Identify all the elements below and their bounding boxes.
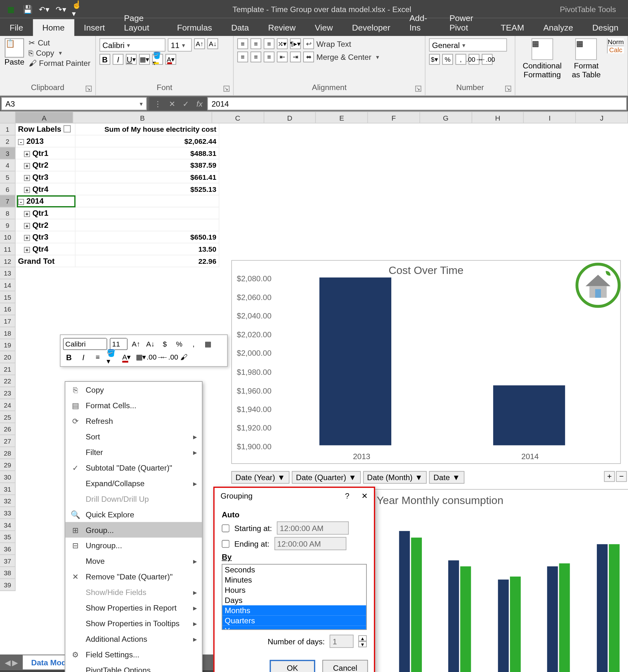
cell-a-12[interactable]: Grand Tot xyxy=(16,255,75,267)
num-days-down-icon[interactable]: ▼ xyxy=(358,641,366,647)
row-8[interactable]: 8 xyxy=(0,208,16,219)
row-25[interactable]: 25 xyxy=(0,411,16,423)
ctx-group[interactable]: ⊞Group... xyxy=(65,522,202,538)
col-I[interactable]: I xyxy=(524,112,576,123)
row-28[interactable]: 28 xyxy=(0,447,16,459)
ctx-ungroup[interactable]: ⊟Ungroup... xyxy=(65,538,202,553)
ltr-icon[interactable]: ¶▸▾ xyxy=(290,39,301,49)
expand-toggle[interactable]: + xyxy=(24,151,30,157)
mini-bold-icon[interactable]: B xyxy=(63,351,75,363)
mini-font-size[interactable] xyxy=(110,338,128,350)
style-calculation[interactable]: Calc xyxy=(608,46,624,53)
col-H[interactable]: H xyxy=(472,112,524,123)
ctx-show-properties-in-tooltips[interactable]: Show Properties in Tooltips▸ xyxy=(65,615,202,631)
row-29[interactable]: 29 xyxy=(0,459,16,471)
font-size-combo[interactable]: 11▾ xyxy=(168,39,192,51)
tab-data[interactable]: Data xyxy=(222,19,259,36)
format-as-table-button[interactable]: ▦Format as Table xyxy=(569,39,604,79)
fx-icon[interactable]: fx xyxy=(197,99,203,108)
cell-b-7[interactable] xyxy=(75,195,219,208)
group-opt-minutes[interactable]: Minutes xyxy=(222,575,366,585)
ctx-remove-date-quarter[interactable]: ✕Remove "Date (Quarter)" xyxy=(65,569,202,584)
row-2[interactable]: 2 xyxy=(0,136,16,148)
cell-b-8[interactable] xyxy=(75,208,219,219)
row-15[interactable]: 15 xyxy=(0,291,16,303)
cell-b-5[interactable]: $661.41 xyxy=(75,171,219,184)
cell-b-10[interactable]: $650.19 xyxy=(75,231,219,243)
row-10[interactable]: 10 xyxy=(0,231,16,243)
style-normal[interactable]: Norm xyxy=(608,39,624,46)
tab-view[interactable]: View xyxy=(305,19,342,36)
filter-date[interactable]: Date▼ xyxy=(429,471,464,484)
tab-design[interactable]: Design xyxy=(583,19,628,36)
expand-toggle[interactable]: + xyxy=(24,247,30,253)
row-12[interactable]: 12 xyxy=(0,255,16,267)
collapse-icon[interactable]: − xyxy=(616,471,627,482)
font-family-combo[interactable]: Calibri▾ xyxy=(100,39,165,51)
paste-button[interactable]: 📋 Paste xyxy=(3,39,25,67)
cut-button[interactable]: ✂Cut xyxy=(29,39,90,47)
row-37[interactable]: 37 xyxy=(0,555,16,567)
touch-icon[interactable]: ☝▾ xyxy=(72,3,84,15)
orientation-icon[interactable]: ⤮▾ xyxy=(277,39,288,49)
col-F[interactable]: F xyxy=(368,112,420,123)
row-16[interactable]: 16 xyxy=(0,303,16,315)
tab-developer[interactable]: Developer xyxy=(342,19,400,36)
align-left-icon[interactable]: ≡ xyxy=(237,51,248,62)
row-38[interactable]: 38 xyxy=(0,567,16,579)
redo-icon[interactable]: ↷▾ xyxy=(55,3,67,15)
row-13[interactable]: 13 xyxy=(0,267,16,279)
expand-toggle[interactable]: - xyxy=(18,139,24,145)
ctx-additional-actions[interactable]: Additional Actions▸ xyxy=(65,631,202,647)
mini-inc-dec-icon[interactable]: .00→ xyxy=(149,351,161,363)
mini-borders-icon[interactable]: ▦▾ xyxy=(135,351,147,363)
align-right-icon[interactable]: ≡ xyxy=(264,51,274,62)
num-days-up-icon[interactable]: ▲ xyxy=(358,635,366,642)
row-24[interactable]: 24 xyxy=(0,399,16,411)
accept-edit-icon[interactable]: ✓ xyxy=(183,99,189,108)
row-7[interactable]: 7 xyxy=(0,195,16,208)
group-opt-days[interactable]: Days xyxy=(222,595,366,605)
row-18[interactable]: 18 xyxy=(0,327,16,339)
cell-b-9[interactable] xyxy=(75,219,219,231)
expand-icon[interactable]: + xyxy=(604,471,615,482)
indent-inc-icon[interactable]: ⇥ xyxy=(290,51,301,62)
row-31[interactable]: 31 xyxy=(0,483,16,495)
mini-comma-icon[interactable]: , xyxy=(188,338,200,350)
ctx-copy[interactable]: ⎘Copy xyxy=(65,382,202,398)
cell-b-3[interactable]: $488.31 xyxy=(75,147,219,160)
comma-button[interactable]: , xyxy=(456,54,466,65)
cell-a-10[interactable]: +Qtr3 xyxy=(16,231,75,243)
wrap-text-button[interactable]: ↩Wrap Text xyxy=(303,39,351,49)
cell-a-11[interactable]: +Qtr4 xyxy=(16,243,75,256)
copy-button[interactable]: ⎘Copy▾ xyxy=(29,49,90,57)
column-headers[interactable]: A B C D E F G H I J xyxy=(16,111,628,123)
row-20[interactable]: 20 xyxy=(0,351,16,363)
row-6[interactable]: 6 xyxy=(0,183,16,195)
grow-font-icon[interactable]: A↑ xyxy=(194,39,205,49)
cell-a-6[interactable]: +Qtr4 xyxy=(16,183,75,195)
align-middle-icon[interactable]: ≡ xyxy=(250,39,261,49)
filter-date-year[interactable]: Date (Year)▼ xyxy=(231,471,289,484)
row-26[interactable]: 26 xyxy=(0,423,16,435)
group-opt-quarters[interactable]: Quarters xyxy=(222,615,366,626)
ctx-expand-collapse[interactable]: Expand/Collapse▸ xyxy=(65,475,202,491)
mini-align-icon[interactable]: ≡ xyxy=(92,351,104,363)
row-27[interactable]: 27 xyxy=(0,435,16,447)
row-headers[interactable]: 1234567891011121314151617181920212223242… xyxy=(0,123,16,591)
dialog-help-icon[interactable]: ? xyxy=(345,491,349,501)
mini-italic-icon[interactable]: I xyxy=(77,351,89,363)
cell-b-4[interactable]: $387.59 xyxy=(75,160,219,171)
font-color-button[interactable]: A▾ xyxy=(165,54,176,65)
col-C[interactable]: C xyxy=(212,112,264,123)
tab-nav-prev-icon[interactable]: ◀ xyxy=(5,658,11,667)
format-painter-button[interactable]: 🖌Format Painter xyxy=(29,59,90,68)
conditional-formatting-button[interactable]: ▦Conditional Formatting xyxy=(519,39,565,79)
row-5[interactable]: 5 xyxy=(0,171,16,184)
align-top-icon[interactable]: ≡ xyxy=(237,39,248,49)
col-D[interactable]: D xyxy=(264,112,316,123)
name-box[interactable]: A3▾ xyxy=(1,97,147,110)
filter-date-month[interactable]: Date (Month)▼ xyxy=(363,471,427,484)
starting-at-checkbox[interactable] xyxy=(222,524,230,532)
tab-review[interactable]: Review xyxy=(259,19,306,36)
